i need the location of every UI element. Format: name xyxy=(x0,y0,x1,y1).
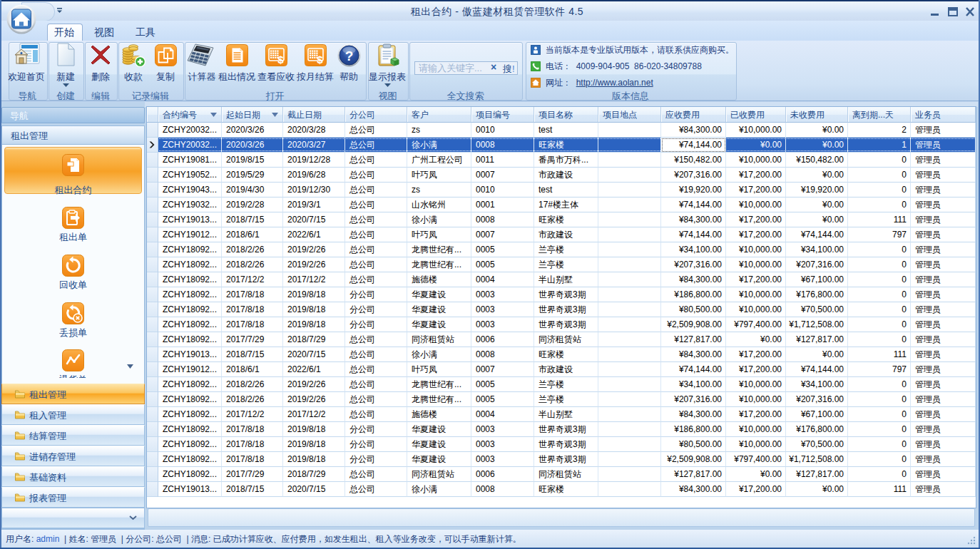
svg-text:$: $ xyxy=(317,53,323,66)
svg-text:$: $ xyxy=(277,53,284,66)
svg-text:?: ? xyxy=(345,48,354,63)
